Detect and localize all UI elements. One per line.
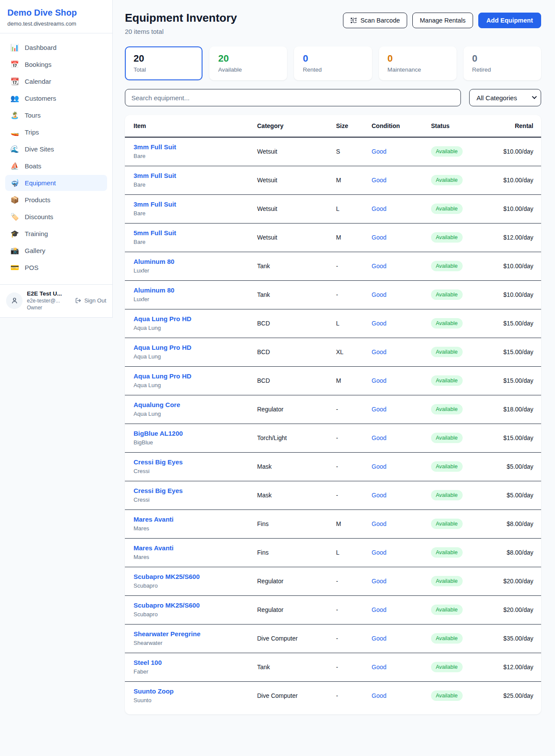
status-badge: Available: [431, 404, 463, 414]
item-condition: Good: [367, 309, 427, 338]
table-header: Item Category Size Condition Status Rent…: [125, 115, 541, 137]
item-brand: Faber: [134, 668, 248, 675]
sidebar-item-tours[interactable]: 🏝️ Tours: [5, 107, 107, 123]
item-rental: $8.00/day: [492, 539, 541, 567]
page-header: Equipment Inventory 20 items total: [125, 11, 541, 35]
item-rental: $5.00/day: [492, 453, 541, 481]
item-name-link[interactable]: 3mm Full Suit: [134, 143, 176, 151]
item-brand: Bare: [134, 181, 248, 188]
item-name-link[interactable]: Mares Avanti: [134, 544, 173, 552]
item-name-link[interactable]: Aqualung Core: [134, 401, 180, 408]
sidebar-item-pos[interactable]: 💳 POS: [5, 260, 107, 276]
sidebar-item-trips[interactable]: 🚤 Trips: [5, 124, 107, 140]
item-name-link[interactable]: 3mm Full Suit: [134, 201, 176, 208]
sidebar: Demo Dive Shop demo.test.divestreams.com…: [0, 0, 113, 318]
item-category: Wetsuit: [253, 224, 332, 252]
calendar-date-icon: 📅: [10, 61, 19, 68]
item-brand: Bare: [134, 153, 248, 159]
stat-card-retired[interactable]: 0 Retired: [464, 46, 541, 80]
stat-card-rented[interactable]: 0 Rented: [294, 46, 372, 80]
sidebar-item-label: POS: [25, 264, 39, 271]
item-condition: Good: [367, 453, 427, 481]
sidebar-item-calendar[interactable]: 📆 Calendar: [5, 73, 107, 89]
credit-card-icon: 💳: [10, 264, 19, 271]
item-size: M: [332, 367, 367, 395]
stat-card-total[interactable]: 20 Total: [125, 46, 202, 80]
item-rental: $10.00/day: [492, 137, 541, 166]
category-select-wrap: All Categories: [469, 89, 541, 106]
item-name-link[interactable]: BigBlue AL1200: [134, 430, 183, 437]
item-name-link[interactable]: Cressi Big Eyes: [134, 487, 183, 494]
sidebar-item-equipment[interactable]: 🤿 Equipment: [5, 175, 107, 191]
sidebar-item-gallery[interactable]: 📸 Gallery: [5, 243, 107, 259]
item-name-link[interactable]: Shearwater Peregrine: [134, 630, 200, 638]
sidebar-item-boats[interactable]: ⛵ Boats: [5, 158, 107, 174]
item-name-link[interactable]: Mares Avanti: [134, 516, 173, 523]
scan-barcode-button[interactable]: Scan Barcode: [343, 13, 407, 28]
item-category: Tank: [253, 252, 332, 281]
item-rental: $10.00/day: [492, 195, 541, 224]
table-row: Suunto Zoop Suunto Dive Computer - Good …: [125, 682, 541, 710]
sidebar-item-label: Training: [25, 230, 48, 237]
add-equipment-label: Add Equipment: [486, 17, 533, 24]
calendar-icon: 📆: [10, 78, 19, 85]
item-category: Regulator: [253, 596, 332, 625]
speedboat-icon: 🚤: [10, 129, 19, 136]
sidebar-item-bookings[interactable]: 📅 Bookings: [5, 56, 107, 72]
status-badge: Available: [431, 605, 463, 615]
sign-out-button[interactable]: Sign Out: [75, 297, 106, 304]
item-name-link[interactable]: Aluminum 80: [134, 286, 174, 294]
sidebar-item-discounts[interactable]: 🏷️ Discounts: [5, 209, 107, 225]
item-rental: $25.00/day: [492, 682, 541, 710]
stat-card-available[interactable]: 20 Available: [209, 46, 287, 80]
manage-rentals-button[interactable]: Manage Rentals: [412, 13, 473, 28]
item-name-link[interactable]: Cressi Big Eyes: [134, 458, 183, 466]
page-heading-group: Equipment Inventory 20 items total: [125, 11, 237, 35]
item-name-link[interactable]: Scubapro MK25/S600: [134, 602, 200, 609]
item-condition: Good: [367, 596, 427, 625]
item-name-link[interactable]: Aqua Lung Pro HD: [134, 315, 191, 322]
sidebar-item-products[interactable]: 📦 Products: [5, 192, 107, 208]
column-header-item: Item: [125, 115, 253, 137]
item-category: Dive Computer: [253, 625, 332, 653]
item-size: -: [332, 653, 367, 682]
item-name-link[interactable]: 3mm Full Suit: [134, 172, 176, 179]
search-input[interactable]: [125, 89, 461, 106]
item-name-link[interactable]: 5mm Full Suit: [134, 229, 176, 237]
graduation-cap-icon: 🎓: [10, 230, 19, 237]
stats-row: 20 Total 20 Available 0 Rented 0 Mainten…: [125, 46, 541, 80]
item-brand: BigBlue: [134, 439, 248, 446]
stat-card-maintenance[interactable]: 0 Maintenance: [379, 46, 457, 80]
item-name-link[interactable]: Aqua Lung Pro HD: [134, 344, 191, 351]
sidebar-item-dashboard[interactable]: 📊 Dashboard: [5, 39, 107, 56]
status-badge: Available: [431, 519, 463, 529]
sidebar-item-training[interactable]: 🎓 Training: [5, 226, 107, 242]
table-row: 3mm Full Suit Bare Wetsuit L Good Availa…: [125, 195, 541, 224]
item-name-link[interactable]: Steel 100: [134, 659, 162, 666]
item-condition: Good: [367, 539, 427, 567]
item-name-link[interactable]: Aluminum 80: [134, 258, 174, 265]
status-badge: Available: [431, 690, 463, 701]
item-name-link[interactable]: Aqua Lung Pro HD: [134, 372, 191, 380]
status-badge: Available: [431, 461, 463, 472]
status-badge: Available: [431, 433, 463, 443]
item-name-link[interactable]: Suunto Zoop: [134, 687, 173, 695]
sidebar-item-dive-sites[interactable]: 🌊 Dive Sites: [5, 141, 107, 157]
person-icon: [11, 297, 18, 304]
brand-block: Demo Dive Shop demo.test.divestreams.com: [0, 0, 112, 33]
item-condition: Good: [367, 625, 427, 653]
column-header-status: Status: [427, 115, 492, 137]
item-rental: $10.00/day: [492, 166, 541, 195]
stat-value: 0: [303, 53, 363, 64]
price-tag-icon: 🏷️: [10, 214, 19, 220]
equipment-table: Item Category Size Condition Status Rent…: [125, 115, 541, 710]
add-equipment-button[interactable]: Add Equipment: [478, 13, 541, 28]
item-category: Wetsuit: [253, 195, 332, 224]
category-select[interactable]: All Categories: [469, 89, 541, 106]
sidebar-item-customers[interactable]: 👥 Customers: [5, 90, 107, 106]
item-condition: Good: [367, 567, 427, 596]
stat-label: Available: [218, 66, 278, 73]
item-name-link[interactable]: Scubapro MK25/S600: [134, 573, 200, 580]
stat-value: 0: [472, 53, 532, 64]
stat-label: Total: [134, 66, 194, 73]
